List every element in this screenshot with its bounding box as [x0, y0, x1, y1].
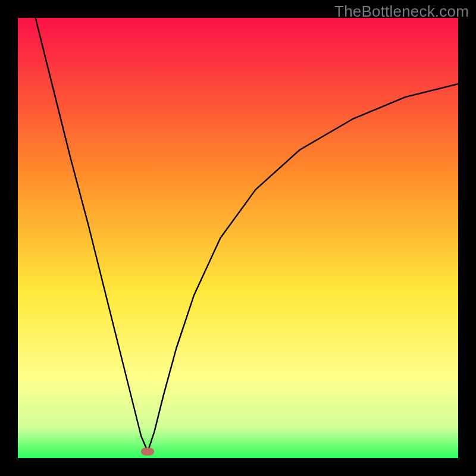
watermark-text: TheBottleneck.com: [334, 2, 469, 21]
plot-area: [18, 18, 458, 458]
chart-frame: TheBottleneck.com: [0, 0, 476, 476]
minimum-marker: [141, 447, 154, 455]
bottleneck-curve: [18, 18, 458, 458]
curve-path: [36, 18, 458, 452]
